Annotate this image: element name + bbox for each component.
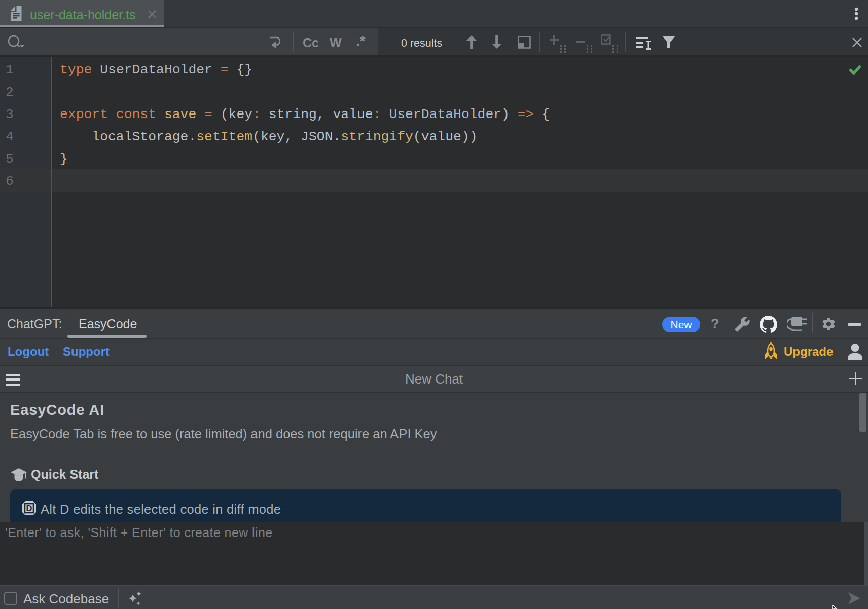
svg-text:D: D bbox=[26, 504, 32, 513]
